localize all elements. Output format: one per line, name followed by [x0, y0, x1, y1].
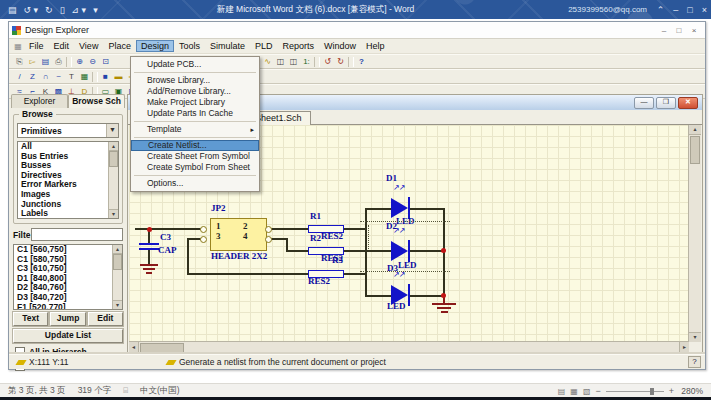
scroll-thumb[interactable]	[109, 151, 118, 167]
menu-file[interactable]: File	[24, 40, 49, 52]
capacitor-plate[interactable]	[139, 243, 159, 245]
menu-design[interactable]: Design	[136, 40, 174, 52]
wire[interactable]	[343, 273, 365, 275]
menu-edit[interactable]: Edit	[49, 40, 75, 52]
wire[interactable]	[135, 228, 205, 230]
scroll-down-icon[interactable]: ▾	[689, 332, 701, 342]
app-minimize-button[interactable]: –	[658, 26, 670, 35]
value-label[interactable]: RES2	[308, 277, 330, 286]
menu-item-update-pcb[interactable]: Update PCB...	[131, 59, 259, 70]
rect-icon[interactable]: ■	[99, 71, 112, 82]
web-layout-icon[interactable]: ▧	[583, 387, 591, 396]
menu-simulate[interactable]: Simulate	[205, 40, 250, 52]
value-label[interactable]: HEADER 2X2	[211, 252, 267, 261]
text-icon[interactable]: T	[65, 71, 78, 82]
wire[interactable]	[410, 250, 443, 252]
filter-input[interactable]	[31, 228, 123, 241]
curve-icon[interactable]: ~	[52, 71, 65, 82]
scroll-thumb[interactable]	[690, 136, 700, 164]
word-close-button[interactable]: ×	[702, 5, 707, 15]
scroll-up-icon[interactable]: ▴	[113, 245, 122, 254]
wire[interactable]	[148, 250, 150, 264]
menu-item-create-netlist[interactable]: Create Netlist...	[131, 140, 259, 151]
scroll-right-icon[interactable]: ▸	[679, 342, 689, 353]
zoom-in-icon[interactable]: ⊕	[73, 56, 86, 67]
save-icon[interactable]: ▤	[8, 5, 17, 15]
jump-button[interactable]: Jump	[50, 312, 85, 326]
filled-rect-icon[interactable]: ▬	[112, 71, 125, 82]
waveform-icon[interactable]: ∿	[261, 56, 274, 67]
help-icon[interactable]: ?	[355, 56, 368, 67]
scroll-thumb[interactable]	[140, 343, 184, 353]
word-minimize-button[interactable]: –	[673, 5, 678, 15]
wire[interactable]	[365, 295, 391, 297]
designator-label[interactable]: R3	[332, 256, 343, 265]
ground-bar[interactable]	[432, 303, 456, 305]
list-item[interactable]: Labels	[18, 209, 118, 219]
wire[interactable]	[187, 273, 308, 275]
read-mode-icon[interactable]: ▤	[558, 387, 566, 396]
polygon-icon[interactable]: Z	[26, 71, 39, 82]
qat-more-icon[interactable]: ▾	[93, 5, 98, 15]
wire[interactable]	[268, 228, 308, 230]
wire[interactable]	[410, 208, 443, 210]
menu-item-make-project-library[interactable]: Make Project Library	[131, 97, 259, 108]
menu-view[interactable]: View	[74, 40, 103, 52]
zoom-slider[interactable]	[606, 391, 664, 392]
save-icon[interactable]: ▤	[39, 56, 52, 67]
vertical-scrollbar[interactable]: ▴ ▾	[688, 125, 701, 342]
horizontal-scrollbar[interactable]: ◂ ▸	[129, 341, 689, 353]
menu-window[interactable]: Window	[319, 40, 361, 52]
menu-item-update-parts-in-cache[interactable]: Update Parts In Cache	[131, 108, 259, 119]
designator-label[interactable]: R2	[310, 234, 321, 243]
word-count[interactable]: 319 个字	[78, 385, 112, 397]
menu-item-options[interactable]: Options...	[131, 178, 259, 189]
zoom-slider-thumb[interactable]	[650, 388, 654, 395]
menu-item-create-symbol-from-sheet[interactable]: Create Symbol From Sheet	[131, 162, 259, 173]
print-layout-icon[interactable]: ▦	[570, 387, 578, 396]
image-icon[interactable]: ▦	[78, 71, 91, 82]
menu-item-create-sheet-from-symbol[interactable]: Create Sheet From Symbol	[131, 151, 259, 162]
wire[interactable]	[410, 295, 443, 297]
value-label[interactable]: RES2	[321, 232, 343, 241]
zoom-out-icon[interactable]: ⊖	[86, 56, 99, 67]
page-info[interactable]: 第 3 页, 共 3 页	[8, 385, 66, 397]
menu-place[interactable]: Place	[103, 40, 136, 52]
zoom-area-icon[interactable]: ⊡	[99, 56, 112, 67]
zoom-in-icon[interactable]: +	[669, 386, 674, 396]
language-label[interactable]: 中文(中国)	[140, 385, 180, 397]
scroll-up-icon[interactable]: ▴	[109, 142, 118, 151]
format-painter-icon[interactable]: ⊿ ▾	[72, 5, 87, 15]
app-close-button[interactable]: ×	[688, 26, 700, 35]
wire[interactable]	[187, 238, 189, 275]
category-select[interactable]: Primitives ▼	[17, 123, 119, 138]
menu-item-add-remove-library[interactable]: Add/Remove Library...	[131, 86, 259, 97]
scroll-left-icon[interactable]: ◂	[129, 342, 139, 353]
netlist-a-icon[interactable]: ◫	[274, 56, 287, 67]
wire[interactable]	[343, 228, 365, 230]
proofing-icon[interactable]: ⌸	[123, 386, 128, 396]
new-document-icon[interactable]: ▯	[60, 5, 65, 15]
update-list-button[interactable]: Update List	[13, 329, 123, 343]
value-label[interactable]: LED	[398, 261, 417, 270]
tab-explorer[interactable]: Explorer	[11, 94, 68, 108]
zoom-out-icon[interactable]: −	[595, 386, 600, 396]
menu-pld[interactable]: PLD	[250, 40, 278, 52]
scrollbar[interactable]: ▴ ▾	[112, 245, 122, 309]
value-label[interactable]: CAP	[158, 246, 177, 255]
edit-button[interactable]: Edit	[88, 312, 123, 326]
select-icon[interactable]: ⎘	[13, 56, 26, 67]
designator-label[interactable]: D2	[386, 222, 397, 231]
led-d1[interactable]	[391, 198, 408, 218]
help-icon[interactable]: ?	[688, 356, 701, 368]
open-icon[interactable]: ▻	[26, 56, 39, 67]
led-d2[interactable]	[391, 241, 408, 261]
designator-label[interactable]: R1	[310, 212, 321, 221]
account-label[interactable]: 2539399560@qq.com	[568, 0, 647, 19]
wire[interactable]	[286, 250, 308, 252]
doc-close-button[interactable]: ✕	[678, 97, 698, 109]
scroll-up-icon[interactable]: ▴	[689, 125, 701, 135]
app-maximize-button[interactable]: □	[673, 26, 685, 35]
netlist-b-icon[interactable]: ◫	[287, 56, 300, 67]
menu-item-browse-library[interactable]: Browse Library...	[131, 75, 259, 86]
